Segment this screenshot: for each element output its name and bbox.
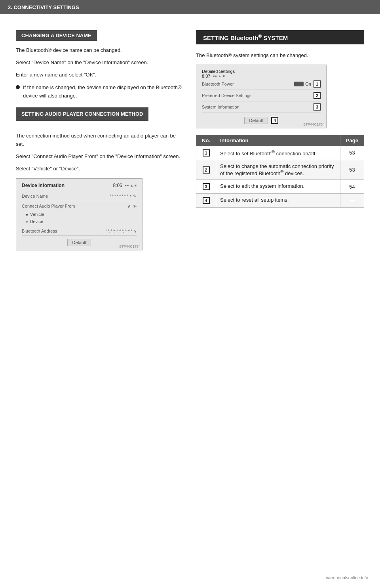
table-row: 4Select to reset all setup items.— [196, 194, 364, 208]
section-title: 2. CONNECTIVITY SETTINGS [8, 4, 79, 10]
device-name-value: *********** [110, 194, 128, 199]
toggle-bar [294, 82, 304, 86]
bt-address-expand: ∨ [134, 229, 137, 233]
system-info-row: System Information 3 [202, 101, 321, 113]
device-screen-title: Device Information [22, 183, 65, 188]
detailed-settings-screen: Detailed Settings 8:07 ●● ▲ ■ Bluetooth … [196, 65, 327, 128]
table-cell-page: 53 [340, 146, 364, 160]
changing-device-name-header: CHANGING A DEVICE NAME [16, 30, 97, 41]
bt-power-label: Bluetooth Power [202, 82, 234, 86]
bt-power-row: Bluetooth Power On 1 [202, 78, 321, 90]
device-label: Device [30, 219, 44, 224]
bullet-section: If the name is changed, the device name … [16, 84, 184, 100]
bullet-item-1: If the name is changed, the device name … [16, 84, 184, 100]
row-1-badge: 1 [203, 149, 210, 157]
bt-power-value: On [305, 82, 311, 86]
table-cell-page: 53 [340, 160, 364, 180]
audio-para-3: Select "Vehicle" or "Device". [16, 165, 184, 173]
detailed-screen-watermark: STP44C1764 [303, 122, 325, 126]
system-info-label: System Information [202, 105, 239, 109]
preferred-device-row: Preferred Device Settings 2 [202, 90, 321, 101]
bullet-text: If the name is changed, the device name … [23, 84, 184, 100]
bt-power-toggle: On [294, 82, 311, 86]
detailed-default-button[interactable]: Default [244, 117, 268, 124]
change-name-para-2: Select "Device Name" on the "Device Info… [16, 59, 184, 67]
table-cell-page: 54 [340, 180, 364, 194]
left-column: CHANGING A DEVICE NAME The Bluetooth® de… [16, 30, 184, 256]
bluetooth-address-row: Bluetooth Address **:**:**:**:**:** ∨ [22, 227, 137, 236]
vehicle-label: Vehicle [30, 212, 44, 217]
row-2-badge: 2 [203, 166, 210, 174]
bt-address-label: Bluetooth Address [22, 229, 57, 233]
right-column: SETTING Bluetooth® SYSTEM The Bluetooth®… [196, 30, 364, 256]
table-cell-info: Select to change the automatic connectio… [216, 160, 340, 180]
device-name-arrow: › [130, 193, 131, 199]
audio-para-2: Select "Connect Audio Player From" on th… [16, 153, 184, 161]
device-name-label: Device Name [22, 194, 48, 199]
bt-power-badge: 1 [314, 80, 321, 88]
main-content: CHANGING A DEVICE NAME The Bluetooth® de… [0, 14, 380, 268]
table-cell-info: Select to edit the system information. [216, 180, 340, 194]
audio-player-connection-header: SETTING AUDIO PLAYER CONNECTION METHOD [16, 107, 148, 121]
two-column-layout: CHANGING A DEVICE NAME The Bluetooth® de… [16, 30, 364, 256]
device-bullet: » [26, 220, 28, 224]
row-4-badge: 4 [203, 197, 210, 204]
change-name-para-1: The Bluetooth® device name can be change… [16, 46, 184, 55]
table-cell-page: — [340, 194, 364, 208]
device-default-button[interactable]: Default [67, 239, 91, 246]
connect-audio-expand: ≫ [133, 204, 137, 208]
preferred-device-badge: 2 [314, 92, 321, 99]
device-name-row: Device Name *********** › ✎ [22, 191, 137, 201]
col-header-info: Information [216, 135, 340, 146]
col-header-page: Page [340, 135, 364, 146]
bullet-dot [16, 85, 20, 89]
device-screen-icons: ●● ▲ ■ [125, 183, 137, 187]
change-name-para-3: Enter a new name and select "OK". [16, 71, 184, 79]
detailed-screen-icons: ●● ▲ ■ [213, 74, 224, 78]
table-cell-num: 4 [196, 194, 216, 208]
device-screen-time: 8:06 [113, 183, 122, 188]
table-cell-info: Select to set Bluetooth® connection on/o… [216, 146, 340, 160]
device-screen-watermark: STP44C1764 [119, 244, 141, 248]
connect-audio-label: Connect Audio Player From [22, 204, 75, 208]
row-3-badge: 3 [203, 183, 210, 190]
table-cell-num: 2 [196, 160, 216, 180]
system-info-badge: 3 [314, 103, 321, 111]
vehicle-option: ● Vehicle [22, 211, 137, 218]
connect-audio-row: Connect Audio Player From ∧ ≫ [22, 201, 137, 211]
bt-system-para: The Bluetooth® system settings can be ch… [196, 52, 364, 60]
table-cell-num: 1 [196, 146, 216, 160]
detailed-default-badge: 4 [271, 117, 278, 124]
device-option: » Device [22, 218, 137, 225]
device-name-edit-icon: ✎ [133, 194, 137, 199]
connect-audio-arrow: ∧ [127, 203, 131, 209]
detailed-screen-title: Detailed Settings [202, 69, 235, 74]
preferred-device-label: Preferred Device Settings [202, 93, 251, 98]
table-header-row: No. Information Page [196, 135, 364, 146]
detailed-screen-time: 8:07 [202, 74, 210, 78]
info-table: No. Information Page 1Select to set Blue… [196, 135, 364, 208]
table-row: 1Select to set Bluetooth® connection on/… [196, 146, 364, 160]
table-cell-info: Select to reset all setup items. [216, 194, 340, 208]
table-cell-num: 3 [196, 180, 216, 194]
table-row: 2Select to change the automatic connecti… [196, 160, 364, 180]
device-info-screen: Device Information 8:06 ●● ▲ ■ Device Na… [16, 178, 142, 250]
section-header-bar: 2. CONNECTIVITY SETTINGS [0, 0, 380, 14]
bluetooth-system-header: SETTING Bluetooth® SYSTEM [196, 30, 364, 44]
page-watermark: carmanualsonline.info [326, 575, 368, 580]
table-row: 3Select to edit the system information.5… [196, 180, 364, 194]
audio-para-1: The connection method used when connecti… [16, 132, 184, 149]
bt-address-value: **:**:**:**:**:** [106, 229, 132, 233]
col-header-no: No. [196, 135, 216, 146]
vehicle-bullet: ● [26, 212, 28, 217]
